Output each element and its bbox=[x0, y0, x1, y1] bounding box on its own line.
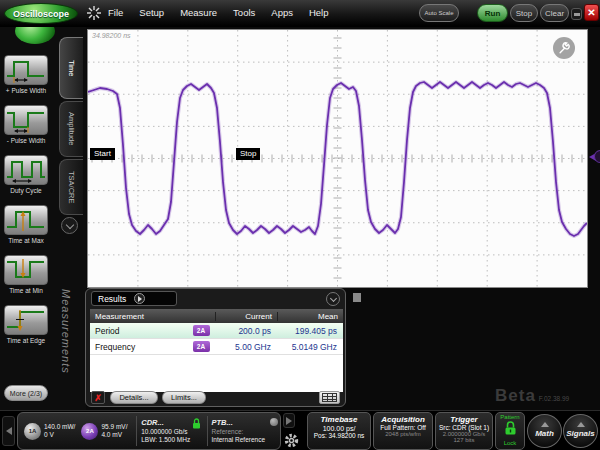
trigger-button[interactable]: Trigger Src: CDR (Slot 1) 2.0000000 Gb/s… bbox=[435, 412, 493, 450]
menu-setup[interactable]: Setup bbox=[139, 7, 164, 18]
close-button[interactable]: ✕ bbox=[584, 4, 599, 21]
clear-button[interactable]: Clear bbox=[540, 4, 569, 22]
duty-cycle-icon bbox=[4, 155, 48, 185]
menu-apps[interactable]: Apps bbox=[271, 7, 293, 18]
beta-version: F.02.38.99 bbox=[539, 395, 569, 402]
waveform-display[interactable]: 34.98200 ns Start Stop bbox=[87, 29, 588, 288]
delete-measurement-button[interactable]: ✗ bbox=[91, 391, 105, 404]
graticule-tools-button[interactable] bbox=[553, 37, 575, 59]
cdr-rate: 10.000000 Gb/s bbox=[141, 428, 187, 435]
ptb-reference-label: Reference: bbox=[212, 428, 244, 435]
status-bar: 1A 140.0 mW/ 0 V 2A 95.9 mV/ 4.0 mV CDR.… bbox=[0, 410, 600, 450]
acquisition-mode: Full Pattern: Off bbox=[374, 424, 432, 431]
timebase-button[interactable]: Timebase 100.00 ps/ Pos: 34.98200 ns bbox=[307, 412, 371, 450]
settings-sun-icon[interactable] bbox=[86, 5, 102, 25]
run-button[interactable]: Run bbox=[477, 4, 508, 22]
ptb-title: PTB... bbox=[212, 418, 233, 427]
tab-time[interactable]: Time bbox=[59, 37, 83, 99]
acquisition-title: Acquisition bbox=[374, 413, 432, 424]
wrench-icon bbox=[557, 41, 571, 55]
trigger-source: Src: CDR (Slot 1) bbox=[436, 424, 492, 431]
statusbar-scroll-right-button[interactable] bbox=[283, 413, 295, 428]
timebase-scale: 100.00 ps/ bbox=[308, 424, 370, 432]
panel-dock-icon[interactable] bbox=[353, 293, 361, 302]
cdr-lock-icon bbox=[192, 418, 201, 431]
menu-file[interactable]: File bbox=[108, 7, 123, 18]
results-panel: Results Measurement Current Mean Period … bbox=[85, 288, 346, 407]
results-collapse-button[interactable] bbox=[326, 292, 340, 306]
results-footer: ✗ Details... Limits... bbox=[86, 390, 345, 406]
stop-button[interactable]: Stop bbox=[510, 4, 538, 22]
channel-1a-button[interactable]: 1A 140.0 mW/ 0 V bbox=[18, 423, 75, 440]
trigger-title: Trigger bbox=[436, 413, 492, 424]
grid-icon bbox=[322, 393, 337, 402]
measurement-tab-strip: Time Amplitude TSA/CRE Measurements bbox=[52, 27, 86, 410]
table-row-frequency[interactable]: Frequency 2A 5.00 GHz 5.0149 GHz bbox=[90, 339, 343, 355]
time-at-max-icon bbox=[4, 205, 48, 235]
menu-bar: File Setup Measure Tools Apps Help bbox=[108, 7, 329, 18]
cdr-lbw: LBW: 1.500 MHz bbox=[141, 436, 190, 443]
positive-pulse-width-icon bbox=[4, 55, 48, 85]
ptb-status-icon bbox=[270, 418, 278, 426]
auto-scale-button[interactable]: Auto Scale bbox=[419, 4, 459, 22]
channel-settings-group: 1A 140.0 mW/ 0 V 2A 95.9 mV/ 4.0 mV CDR.… bbox=[17, 412, 281, 450]
table-view-button[interactable] bbox=[319, 391, 340, 404]
tab-amplitude[interactable]: Amplitude bbox=[59, 101, 83, 157]
statusbar-scroll-left-button[interactable] bbox=[2, 416, 15, 446]
beta-watermark: BetaF.02.38.99 bbox=[495, 386, 569, 406]
play-icon bbox=[138, 296, 142, 302]
tab-expand-button[interactable] bbox=[61, 217, 78, 234]
channel-2a-button[interactable]: 2A 95.9 mV/ 4.0 mV bbox=[75, 423, 132, 440]
title-bar: Oscilloscope File Setup Measure Tools Ap… bbox=[0, 0, 600, 27]
results-play-button[interactable] bbox=[134, 293, 145, 304]
limits-button[interactable]: Limits... bbox=[162, 391, 206, 404]
chevron-right-icon bbox=[286, 417, 292, 425]
time-at-min-button[interactable]: Time at Min bbox=[3, 255, 49, 294]
channel-2a-offset: 4.0 mV bbox=[101, 431, 122, 438]
ptb-settings-button[interactable]: PTB... Reference: Internal Reference bbox=[212, 418, 280, 444]
menu-tools[interactable]: Tools bbox=[233, 7, 255, 18]
marker-dot-icon bbox=[594, 150, 600, 163]
math-button[interactable]: Math bbox=[527, 414, 562, 448]
more-measurements-button[interactable]: More (2/3) bbox=[4, 385, 48, 401]
beta-label: Beta bbox=[495, 386, 536, 405]
statusbar-settings-button[interactable] bbox=[283, 432, 300, 450]
minimize-button[interactable] bbox=[571, 8, 582, 20]
padlock-icon bbox=[504, 421, 517, 435]
results-table-header: Measurement Current Mean bbox=[90, 309, 343, 323]
stop-marker-label[interactable]: Stop bbox=[236, 148, 260, 160]
table-row-period[interactable]: Period 2A 200.0 ps 199.405 ps bbox=[90, 323, 343, 339]
channel-1a-scale: 140.0 mW/ bbox=[44, 423, 75, 430]
cdr-title: CDR... bbox=[141, 418, 164, 427]
time-at-edge-button[interactable]: Time at Edge bbox=[3, 305, 49, 344]
oscilloscope-logo: Oscilloscope bbox=[4, 3, 78, 24]
duty-cycle-button[interactable]: Duty Cycle bbox=[3, 155, 49, 194]
negative-pulse-width-icon bbox=[4, 105, 48, 135]
positive-pulse-width-button[interactable]: + Pulse Width bbox=[3, 55, 49, 94]
time-at-edge-icon bbox=[4, 305, 48, 335]
signals-button[interactable]: Signals bbox=[563, 414, 598, 448]
pattern-lock-button[interactable]: Pattern Lock bbox=[495, 412, 525, 450]
results-table: Measurement Current Mean Period 2A 200.0… bbox=[90, 309, 343, 392]
ptb-reference-value: Internal Reference bbox=[212, 436, 265, 443]
tab-tsa-cre[interactable]: TSA/CRE bbox=[59, 159, 83, 215]
column-mean[interactable]: Mean bbox=[277, 312, 343, 321]
column-measurement[interactable]: Measurement bbox=[90, 312, 187, 321]
channel-1a-offset: 0 V bbox=[44, 431, 54, 438]
acquisition-button[interactable]: Acquisition Full Pattern: Off 2048 pts/w… bbox=[373, 412, 433, 450]
source-badge: 2A bbox=[193, 325, 210, 336]
menu-measure[interactable]: Measure bbox=[180, 7, 217, 18]
details-button[interactable]: Details... bbox=[110, 391, 158, 404]
cdr-settings-button[interactable]: CDR... 10.000000 Gb/s LBW: 1.500 MHz bbox=[141, 418, 202, 444]
gear-icon bbox=[283, 432, 300, 449]
negative-pulse-width-button[interactable]: - Pulse Width bbox=[3, 105, 49, 144]
column-current[interactable]: Current bbox=[215, 312, 277, 321]
time-at-max-button[interactable]: Time at Max bbox=[3, 205, 49, 244]
menu-help[interactable]: Help bbox=[309, 7, 329, 18]
start-marker-label[interactable]: Start bbox=[90, 148, 115, 160]
oscilloscope-app: Oscilloscope File Setup Measure Tools Ap… bbox=[0, 0, 600, 450]
math-label: Math bbox=[528, 429, 561, 438]
trigger-bits: 127 bits bbox=[436, 437, 492, 443]
measurement-toolbar: + Pulse Width - Pulse Width bbox=[0, 27, 52, 410]
results-tab[interactable]: Results bbox=[91, 291, 177, 306]
